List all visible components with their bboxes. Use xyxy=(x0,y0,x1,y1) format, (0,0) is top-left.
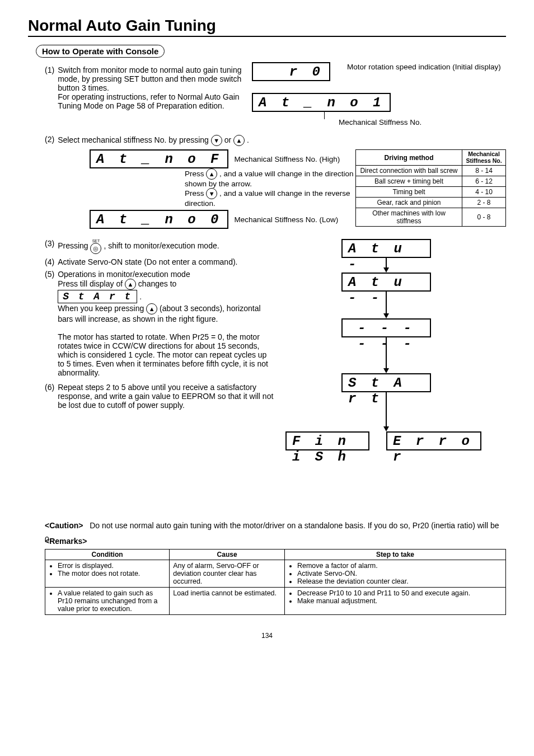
table-cell: Direct connection with ball screw xyxy=(356,166,462,176)
press-dn-text: Press xyxy=(185,189,206,198)
step-number: (5) xyxy=(45,270,54,279)
step-text: Switch from monitor mode to normal auto … xyxy=(58,65,241,92)
table-cell: Load inertia cannot be estimated. xyxy=(170,588,285,615)
display-at-no1: A t _ n o 1 xyxy=(252,93,391,112)
step-text: Operations in monitor/execution mode xyxy=(58,270,190,279)
table-cell: 6 - 12 xyxy=(462,176,506,187)
section-title: How to Operate with Console xyxy=(36,45,165,58)
list-item: Remove a factor of alarm. xyxy=(297,562,502,570)
step-text: Pressing xyxy=(58,241,90,250)
step-text: . xyxy=(139,292,142,301)
mech-stiff-high-label: Mechanical Stiffness No. (High) xyxy=(234,155,340,163)
remarks-label: <Remarks> xyxy=(45,537,87,546)
down-button-icon: ▼ xyxy=(206,188,217,199)
table-cell: Decrease Pr10 to 10 and Pr11 to 50 and e… xyxy=(284,588,505,615)
step-number: (3) xyxy=(45,239,54,248)
display-at-noF: A t _ n o F xyxy=(90,149,228,168)
step-number: (2) xyxy=(45,135,54,144)
step-text: For operating instructions, refer to Nor… xyxy=(58,92,239,110)
set-label: SET xyxy=(92,239,100,243)
up-button-icon: ▲ xyxy=(206,168,217,180)
page-title: Normal Auto Gain Tuning xyxy=(28,17,506,37)
mech-stiff-low-label: Mechanical Stiffness No. (Low) xyxy=(234,215,338,224)
table-cell: Other machines with low stiffness xyxy=(356,208,462,227)
list-item: Release the deviation counter clear. xyxy=(297,577,502,585)
display-atu1: A t u - xyxy=(341,239,431,258)
display-at-no0: A t _ n o 0 xyxy=(90,210,228,229)
display-start-small: S t A r t xyxy=(58,290,137,303)
table-cell: Any of alarm, Servo-OFF or deviation cou… xyxy=(170,560,285,588)
stiffness-th-method: Driving method xyxy=(356,150,462,166)
table-cell: Ball screw + timing belt xyxy=(356,176,462,187)
stiffness-th-no: Mechanical Stiffness No. xyxy=(462,150,506,166)
table-cell: 8 - 14 xyxy=(462,166,506,176)
remarks-th-step: Step to take xyxy=(284,550,505,560)
table-cell: Remove a factor of alarm. Activate Servo… xyxy=(284,560,505,588)
step-number: (4) xyxy=(45,257,54,266)
step-text: Repeat steps 2 to 5 above until you rece… xyxy=(58,383,273,410)
step-text: Select mechanical stiffness No. by press… xyxy=(58,135,211,144)
list-item: Error is displayed. xyxy=(58,562,166,570)
display-motor-speed: r 0 xyxy=(252,62,330,81)
mech-stiff-no-label: Mechanical Stiffness No. xyxy=(339,118,421,126)
up-button-icon: ▲ xyxy=(233,135,245,146)
table-cell: 4 - 10 xyxy=(462,187,506,198)
display-atu2: A t u - - xyxy=(341,273,431,292)
table-cell: Error is displayed. The motor does not r… xyxy=(45,560,170,588)
list-item: Make manual adjustment. xyxy=(297,597,502,605)
step-number: (6) xyxy=(45,383,54,392)
stiffness-table: Driving method Mechanical Stiffness No. … xyxy=(355,149,506,227)
step-text: changes to xyxy=(138,279,177,288)
display-start: S t A r t xyxy=(341,373,431,392)
list-item: Activate Servo-ON. xyxy=(297,570,502,577)
motor-speed-label: Motor rotation speed indication (Initial… xyxy=(347,62,501,73)
up-button-icon: ▲ xyxy=(146,303,157,314)
remarks-table: Condition Cause Step to take Error is di… xyxy=(45,549,506,615)
set-button-icon: ◎ xyxy=(90,243,101,254)
table-cell: Timing belt xyxy=(356,187,462,198)
down-button-icon: ▼ xyxy=(211,135,222,146)
step-text: When you keep pressing xyxy=(58,304,146,313)
table-cell: 0 - 8 xyxy=(462,208,506,227)
step-number: (1) xyxy=(45,65,54,74)
remarks-th-cause: Cause xyxy=(170,550,285,560)
table-cell: 2 - 8 xyxy=(462,198,506,208)
table-cell: Gear, rack and pinion xyxy=(356,198,462,208)
page-number: 134 xyxy=(28,632,506,640)
step-text: . xyxy=(247,135,249,144)
step-text: Activate Servo-ON state (Do not enter a … xyxy=(58,257,237,266)
step-text: , shift to monitor/execution mode. xyxy=(104,241,219,250)
list-item: The motor does not rotate. xyxy=(58,570,166,577)
caution-label: <Caution> xyxy=(45,521,83,530)
up-button-icon: ▲ xyxy=(125,279,136,290)
list-item: A value related to gain such as Pr10 rem… xyxy=(58,589,166,613)
step-text: The motor has started to rotate. When Pr… xyxy=(58,332,268,377)
list-item: Decrease Pr10 to 10 and Pr11 to 50 and e… xyxy=(297,589,502,597)
remarks-th-condition: Condition xyxy=(45,550,170,560)
table-cell: A value related to gain such as Pr10 rem… xyxy=(45,588,170,615)
display-finish: F i n i S h xyxy=(285,431,369,450)
press-up-text: Press xyxy=(185,170,206,178)
step-text: or xyxy=(224,135,233,144)
step-text: Press till display of xyxy=(58,279,125,288)
display-error: E r r o r xyxy=(386,431,481,450)
flow-diagram: A t u - A t u - - - - - - - - S t A r t … xyxy=(285,239,487,450)
display-bars: - - - - - - xyxy=(341,318,431,337)
